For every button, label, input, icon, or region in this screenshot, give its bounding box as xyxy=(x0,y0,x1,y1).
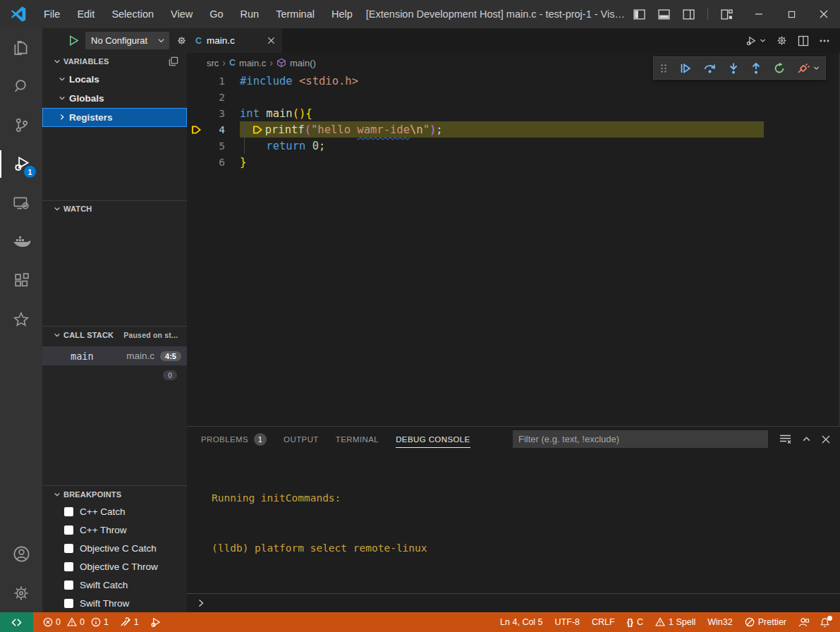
debug-configuration-dropdown[interactable]: No Configurat xyxy=(85,32,169,49)
sidebar-item-explorer[interactable] xyxy=(0,28,42,67)
more-actions-icon[interactable] xyxy=(819,35,830,47)
encoding-indicator[interactable]: UTF-8 xyxy=(555,617,580,627)
glyph-margin[interactable] xyxy=(187,89,205,105)
step-over-button[interactable] xyxy=(703,62,717,75)
tab-output[interactable]: OUTPUT xyxy=(284,427,319,451)
menu-selection[interactable]: Selection xyxy=(104,6,162,23)
step-out-button[interactable] xyxy=(750,62,762,75)
debug-console-output[interactable]: Running initCommands: (lldb) platform se… xyxy=(187,451,840,593)
disconnect-button[interactable] xyxy=(797,63,820,74)
breakpoint-row-objc-throw[interactable]: Objective C Throw xyxy=(42,557,187,576)
menu-run[interactable]: Run xyxy=(233,6,267,23)
code-editor[interactable]: src › C main.c › main() 1#include <stdio… xyxy=(187,53,840,426)
breakpoint-checkbox[interactable] xyxy=(64,507,73,516)
menu-go[interactable]: Go xyxy=(202,6,231,23)
sidebar-item-search[interactable] xyxy=(0,67,42,106)
menu-view[interactable]: View xyxy=(163,6,200,23)
glyph-margin[interactable] xyxy=(187,73,205,89)
sidebar-item-extensions[interactable] xyxy=(0,261,42,300)
stack-frame-row[interactable]: main main.c 4:5 xyxy=(42,346,187,365)
breakpoint-checkbox[interactable] xyxy=(64,599,73,608)
toggle-secondary-sidebar-icon[interactable] xyxy=(680,6,698,23)
start-debugging-icon[interactable] xyxy=(68,35,79,46)
stack-frame-arrow-icon[interactable] xyxy=(187,121,205,138)
code-line-3[interactable]: 3int main(){ xyxy=(187,105,839,121)
code-line-6[interactable]: 6} xyxy=(187,154,839,170)
toolbar-drag-handle[interactable] xyxy=(659,63,668,73)
continue-button[interactable] xyxy=(679,62,692,75)
variables-section-header[interactable]: VARIABLES xyxy=(42,53,187,70)
menu-file[interactable]: File xyxy=(36,6,68,23)
variables-scope-globals[interactable]: Globals xyxy=(42,89,187,108)
tab-debug-console[interactable]: DEBUG CONSOLE xyxy=(396,427,470,451)
code-line-2[interactable]: 2 xyxy=(187,89,839,105)
console-filter-input[interactable] xyxy=(513,430,768,448)
sidebar-item-source-control[interactable] xyxy=(0,106,42,145)
breakpoint-checkbox[interactable] xyxy=(64,544,73,553)
glyph-margin[interactable] xyxy=(187,154,205,170)
variables-scope-registers[interactable]: Registers xyxy=(42,108,187,127)
restart-button[interactable] xyxy=(773,62,786,75)
clear-console-icon[interactable] xyxy=(779,434,791,444)
close-tab-icon[interactable] xyxy=(267,37,275,44)
manage-button[interactable] xyxy=(0,573,42,612)
breakpoint-row-objc-catch[interactable]: Objective C Catch xyxy=(42,539,187,557)
menu-help[interactable]: Help xyxy=(324,6,360,23)
problems-status[interactable]: 0 0 1 xyxy=(43,617,109,627)
maximize-button[interactable] xyxy=(775,0,808,28)
tab-problems[interactable]: PROBLEMS 1 xyxy=(201,427,267,451)
sidebar-item-remote-explorer[interactable] xyxy=(0,183,42,222)
toolchain-status[interactable]: 1 xyxy=(120,617,139,627)
breakpoint-checkbox[interactable] xyxy=(64,525,73,535)
remote-indicator[interactable] xyxy=(0,612,33,632)
code-line-4[interactable]: 4 printf("hello wamr-ide\n"); xyxy=(187,121,839,138)
sidebar-item-docker[interactable] xyxy=(0,222,42,261)
menu-edit[interactable]: Edit xyxy=(69,6,102,23)
breakpoint-row-swift-catch[interactable]: Swift Catch xyxy=(42,576,187,594)
glyph-margin[interactable] xyxy=(187,138,205,154)
tab-main-c[interactable]: C main.c xyxy=(187,28,282,53)
accounts-button[interactable] xyxy=(0,535,42,573)
breadcrumb-file[interactable]: main.c xyxy=(239,58,266,68)
breakpoint-row-cpp-catch[interactable]: C++ Catch xyxy=(42,502,187,521)
toggle-panel-icon[interactable] xyxy=(655,6,673,23)
notifications-bell-button[interactable] xyxy=(820,617,830,628)
platform-indicator[interactable]: Win32 xyxy=(707,617,732,627)
breadcrumb-src[interactable]: src xyxy=(207,58,219,68)
run-or-debug-button[interactable] xyxy=(745,35,766,47)
language-mode[interactable]: {} C xyxy=(627,617,643,627)
breakpoint-row-swift-throw[interactable]: Swift Throw xyxy=(42,594,187,612)
menu-terminal[interactable]: Terminal xyxy=(268,6,322,23)
spell-checker-status[interactable]: 1 Spell xyxy=(655,617,695,627)
debug-status-icon-button[interactable] xyxy=(150,616,162,628)
step-into-button[interactable] xyxy=(728,62,739,75)
split-editor-icon[interactable] xyxy=(798,35,809,47)
open-launch-config-icon[interactable] xyxy=(176,35,187,46)
close-panel-icon[interactable] xyxy=(822,435,830,444)
breadcrumb-symbol[interactable]: main() xyxy=(290,58,316,68)
call-stack-section-header[interactable]: CALL STACK Paused on st... xyxy=(42,326,187,343)
variables-scope-locals[interactable]: Locals xyxy=(42,70,187,89)
close-window-button[interactable] xyxy=(808,0,840,28)
console-input-row[interactable] xyxy=(187,593,840,612)
settings-gear-icon[interactable] xyxy=(776,35,788,47)
cursor-position[interactable]: Ln 4, Col 5 xyxy=(500,617,542,627)
watch-section-header[interactable]: WATCH xyxy=(42,200,187,217)
eol-indicator[interactable]: CRLF xyxy=(592,617,615,627)
minimize-button[interactable] xyxy=(743,0,775,28)
maximize-panel-icon[interactable] xyxy=(802,435,811,444)
sidebar-item-run-debug[interactable]: 1 xyxy=(0,145,42,183)
collapse-all-icon[interactable] xyxy=(169,56,178,66)
breakpoint-checkbox[interactable] xyxy=(64,562,73,571)
breakpoint-row-cpp-throw[interactable]: C++ Throw xyxy=(42,521,187,539)
toggle-sidebar-icon[interactable] xyxy=(631,6,648,23)
customize-layout-icon[interactable] xyxy=(718,6,736,23)
formatter-status[interactable]: Prettier xyxy=(745,617,786,627)
breakpoints-section-header[interactable]: BREAKPOINTS xyxy=(42,485,187,502)
breakpoint-checkbox[interactable] xyxy=(64,581,73,590)
code-line-5[interactable]: 5 return 0; xyxy=(187,138,839,154)
sidebar-item-favorites[interactable] xyxy=(0,300,42,339)
feedback-button[interactable] xyxy=(798,617,810,628)
glyph-margin[interactable] xyxy=(187,105,205,121)
tab-terminal[interactable]: TERMINAL xyxy=(336,427,379,451)
